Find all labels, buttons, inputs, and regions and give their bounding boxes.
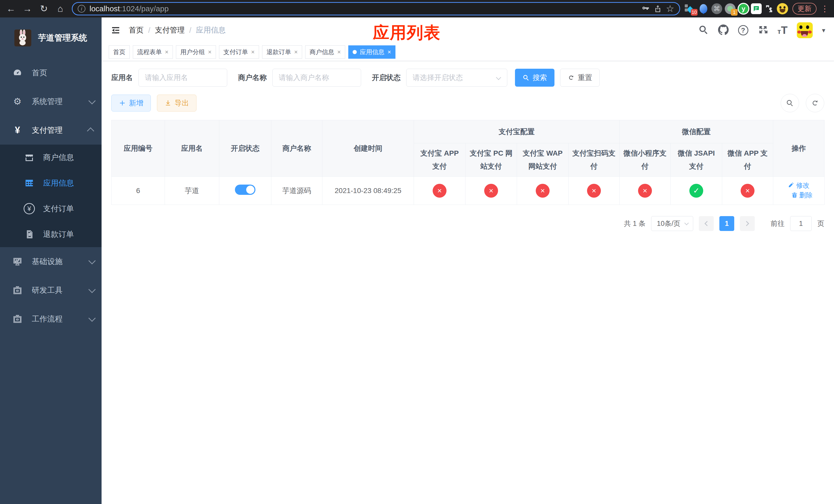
tag-home[interactable]: 首页 (109, 45, 130, 59)
cell-merchant: 芋道源码 (271, 177, 322, 205)
col-actions: 操作 (773, 120, 825, 177)
browser-toolbar: ← → ↻ ⌂ i localhost:1024/pay/app ☆ ◆ 10 … (0, 0, 834, 18)
table-row: 6 芋道 芋道源码 2021-10-23 08:49:25 × × × × × … (112, 177, 825, 205)
tab-close-icon[interactable]: × (294, 49, 298, 55)
col-status: 开启状态 (219, 120, 271, 177)
extension-chat-icon[interactable] (751, 3, 762, 14)
tag-app-info[interactable]: 应用信息× (348, 45, 395, 59)
sidebar-collapse-icon[interactable] (110, 25, 121, 36)
site-info-icon[interactable]: i (78, 5, 85, 13)
user-avatar[interactable] (797, 22, 813, 38)
status-select[interactable]: 请选择开启状态 (406, 69, 507, 87)
breadcrumb-home[interactable]: 首页 (129, 25, 144, 36)
sidebar-item-system[interactable]: ⚙ 系统管理 (0, 87, 102, 116)
sidebar-item-infra[interactable]: 基础设施 (0, 247, 102, 276)
next-page-button[interactable] (740, 216, 755, 231)
extension-y-icon[interactable]: y (738, 3, 749, 15)
status-toggle[interactable] (235, 185, 256, 195)
sidebar-item-pay-order[interactable]: ¥ 支付订单 (0, 196, 102, 222)
browser-back-icon[interactable]: ← (4, 2, 19, 16)
sidebar-item-dev-tools[interactable]: 研发工具 (0, 276, 102, 304)
annotation-title: 应用列表 (373, 22, 441, 44)
alipay-app-status-icon: × (433, 184, 446, 198)
app-name-label: 应用名 (111, 73, 133, 83)
fullscreen-icon[interactable] (758, 24, 768, 36)
extension-badge: 1 (731, 9, 738, 16)
alipay-qr-status-icon: × (587, 184, 601, 198)
tab-close-icon[interactable]: × (251, 49, 255, 55)
tag-refund-order[interactable]: 退款订单× (262, 45, 302, 59)
address-bar[interactable]: i localhost:1024/pay/app ☆ (72, 2, 680, 15)
sidebar-item-app-info[interactable]: 应用信息 (0, 170, 102, 196)
total-count: 共 1 条 (624, 219, 645, 228)
browser-home-icon[interactable]: ⌂ (53, 2, 68, 16)
wx-mini-status-icon: × (638, 184, 652, 198)
chevron-down-icon (684, 221, 688, 225)
search-button[interactable]: 搜索 (515, 69, 554, 87)
help-icon[interactable]: ? (738, 25, 748, 36)
refresh-button[interactable] (806, 94, 824, 112)
extension-recorder-icon[interactable]: 1 (724, 3, 736, 15)
toolbox-icon (11, 314, 24, 324)
page-number-button[interactable]: 1 (719, 216, 734, 231)
sidebar-item-workflow[interactable]: 工作流程 (0, 304, 102, 333)
add-button[interactable]: 新增 (111, 95, 151, 112)
extension-emoji-icon[interactable] (776, 3, 788, 15)
sidebar-menu: 首页 ⚙ 系统管理 ¥ 支付管理 商户信息 (0, 59, 102, 333)
font-size-icon[interactable]: тT (777, 24, 788, 37)
extension-command-icon[interactable]: ⌘ (711, 3, 723, 15)
app-name-input[interactable] (138, 69, 227, 87)
search-icon[interactable] (698, 24, 709, 36)
bookmark-star-icon[interactable]: ☆ (666, 3, 674, 14)
sidebar-logo[interactable]: 芋道管理系统 (0, 18, 102, 59)
tab-close-icon[interactable]: × (388, 49, 391, 55)
extensions-puzzle-icon[interactable] (763, 3, 775, 15)
password-key-icon[interactable] (641, 5, 650, 13)
merchant-name-input[interactable] (272, 69, 361, 87)
tag-merchant-info[interactable]: 商户信息× (305, 45, 345, 59)
chevron-down-icon (88, 286, 96, 293)
reset-button[interactable]: 重置 (560, 69, 599, 87)
sidebar-item-merchant-info[interactable]: 商户信息 (0, 144, 102, 170)
extension-balloon-icon[interactable] (698, 3, 709, 15)
col-wx-mini: 微信小程序支付 (620, 143, 671, 177)
app-title: 芋道管理系统 (38, 32, 87, 44)
pagination: 共 1 条 10条/页 1 前往 页 (111, 216, 824, 231)
top-navbar: 首页 / 支付管理 / 应用信息 应用列表 ? тT (102, 18, 834, 43)
prev-page-button[interactable] (699, 216, 714, 231)
browser-reload-icon[interactable]: ↻ (37, 2, 51, 16)
delete-link[interactable]: 删除 (791, 191, 813, 200)
sidebar-item-home[interactable]: 首页 (0, 59, 102, 87)
tag-process-form[interactable]: 流程表单× (133, 45, 173, 59)
pay-submenu: 商户信息 应用信息 ¥ 支付订单 退款订单 (0, 144, 102, 247)
tag-pay-order[interactable]: 支付订单× (219, 45, 259, 59)
goto-page-input[interactable] (790, 216, 812, 231)
avatar-caret-icon[interactable]: ▾ (822, 26, 825, 35)
toggle-search-button[interactable] (781, 94, 799, 112)
tab-close-icon[interactable]: × (165, 49, 169, 55)
cell-app-name: 芋道 (165, 177, 219, 205)
tag-user-group[interactable]: 用户分组× (176, 45, 216, 59)
sidebar-item-refund-order[interactable]: 退款订单 (0, 222, 102, 247)
chevron-down-icon (88, 315, 96, 322)
browser-forward-icon[interactable]: → (20, 2, 35, 16)
sidebar-item-pay[interactable]: ¥ 支付管理 (0, 116, 102, 144)
edit-link[interactable]: 修改 (788, 181, 810, 190)
sidebar-item-label: 研发工具 (32, 285, 63, 296)
browser-menu-icon[interactable]: ⋮ (821, 4, 829, 14)
sidebar-item-label: 支付订单 (43, 204, 74, 214)
share-icon[interactable] (654, 5, 662, 13)
breadcrumb-pay[interactable]: 支付管理 (155, 25, 185, 36)
extension-lanhu-icon[interactable]: ◆ 10 (684, 3, 696, 15)
col-alipay-qr: 支付宝扫码支付 (569, 143, 620, 177)
export-button[interactable]: 导出 (157, 95, 196, 112)
wx-app-status-icon: × (741, 184, 754, 198)
chrome-update-button[interactable]: 更新 (792, 3, 816, 15)
page-size-select[interactable]: 10条/页 (651, 216, 693, 231)
active-dot (353, 50, 357, 54)
tab-close-icon[interactable]: × (337, 49, 341, 55)
col-app-name: 应用名 (165, 120, 219, 177)
tab-close-icon[interactable]: × (208, 49, 212, 55)
sidebar-item-label: 系统管理 (32, 96, 63, 107)
github-icon[interactable] (718, 24, 729, 36)
